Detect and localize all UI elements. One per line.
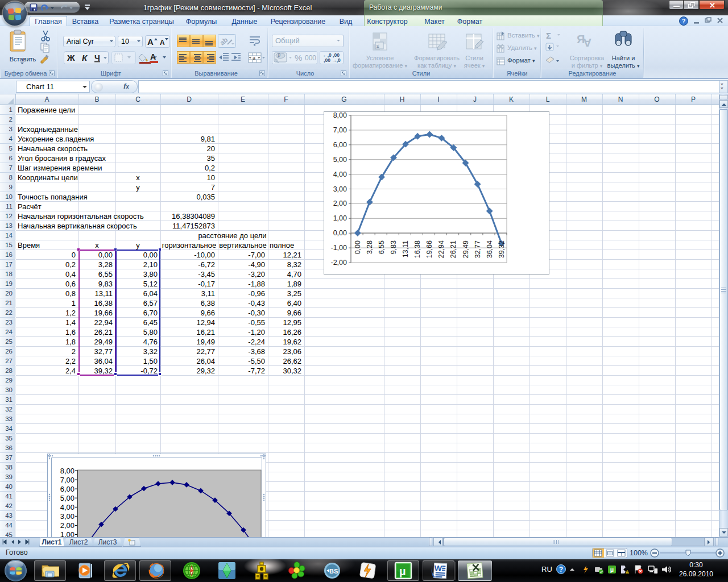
svg-text:000: 000: [305, 54, 316, 62]
svg-text:1,00: 1,00: [333, 214, 347, 222]
svg-text:A: A: [150, 52, 156, 61]
svg-text:4,00: 4,00: [60, 503, 75, 512]
svg-text:26,21: 26,21: [449, 240, 457, 258]
svg-text:8,00: 8,00: [60, 467, 75, 475]
svg-text:0,00: 0,00: [354, 240, 362, 254]
svg-text:?: ?: [682, 18, 686, 24]
svg-text:9,83: 9,83: [390, 240, 398, 254]
svg-text:36,04: 36,04: [486, 240, 494, 258]
svg-text:?: ?: [559, 566, 563, 573]
svg-text:3,00: 3,00: [60, 512, 75, 521]
svg-text:6,00: 6,00: [333, 141, 347, 149]
svg-text:W: W: [434, 564, 442, 573]
svg-text:22,94: 22,94: [437, 240, 445, 258]
svg-text:→,0: →,0: [332, 57, 341, 63]
svg-text:7,00: 7,00: [60, 476, 75, 484]
svg-text:3,28: 3,28: [366, 240, 374, 254]
svg-text:A: A: [147, 37, 154, 47]
svg-text:16,38: 16,38: [413, 240, 421, 258]
svg-text:4,00: 4,00: [333, 171, 347, 178]
svg-text:3,00: 3,00: [333, 185, 347, 193]
svg-text:5,00: 5,00: [60, 494, 75, 502]
svg-text:Ж: Ж: [67, 53, 75, 63]
svg-text:39,32: 39,32: [498, 240, 506, 258]
svg-text:8,00: 8,00: [333, 111, 347, 119]
svg-text:a: a: [253, 55, 255, 61]
svg-text:µ: µ: [610, 566, 614, 573]
svg-text:-2,00: -2,00: [331, 259, 348, 267]
svg-text:0,00: 0,00: [333, 229, 347, 237]
svg-text:7,00: 7,00: [333, 126, 347, 134]
svg-text:,00: ,00: [324, 57, 330, 63]
svg-text:2,00: 2,00: [60, 521, 75, 530]
svg-text:32,77: 32,77: [474, 240, 482, 258]
svg-text:Σ: Σ: [546, 31, 551, 40]
svg-text:≤: ≤: [377, 43, 379, 49]
svg-text:19,66: 19,66: [425, 240, 433, 258]
svg-text:29,49: 29,49: [462, 240, 470, 258]
svg-text:%: %: [295, 53, 302, 63]
svg-text:2,00: 2,00: [333, 199, 347, 207]
svg-text:А: А: [584, 36, 592, 49]
svg-text:13,11: 13,11: [402, 240, 410, 257]
svg-text:µ: µ: [399, 565, 406, 577]
svg-text:-1,00: -1,00: [331, 244, 348, 252]
svg-text:5,00: 5,00: [333, 156, 347, 164]
svg-text:A: A: [160, 39, 165, 47]
svg-text:Ч: Ч: [94, 53, 100, 63]
svg-text:1,00: 1,00: [60, 530, 75, 537]
svg-text:6,00: 6,00: [60, 485, 75, 493]
svg-text:BS: BS: [329, 568, 338, 575]
svg-text:₽: ₽: [278, 53, 280, 59]
svg-text:6,55: 6,55: [378, 240, 386, 254]
